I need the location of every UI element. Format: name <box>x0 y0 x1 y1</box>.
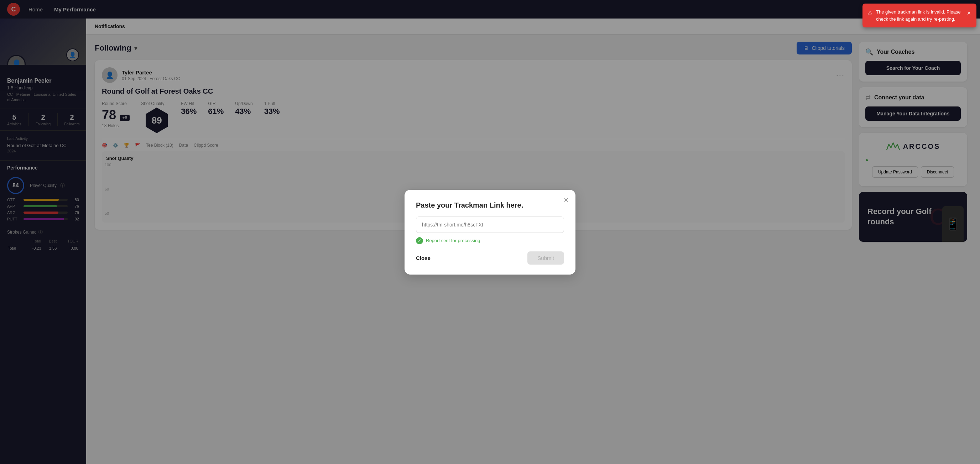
error-toast: ⚠ The given trackman link is invalid. Pl… <box>862 3 977 27</box>
modal-close-button[interactable]: Close <box>416 252 431 264</box>
toast-close-button[interactable]: × <box>967 8 971 18</box>
success-check-icon: ✓ <box>416 237 423 244</box>
modal-close-x-button[interactable]: × <box>564 195 568 205</box>
modal-actions: Close Submit <box>416 251 564 265</box>
modal-title: Paste your Trackman Link here. <box>416 201 564 210</box>
trackman-link-input[interactable] <box>416 216 564 233</box>
toast-message: The given trackman link is invalid. Plea… <box>876 8 963 22</box>
trackman-modal: × Paste your Trackman Link here. ✓ Repor… <box>404 190 576 275</box>
warning-icon: ⚠ <box>867 9 872 17</box>
modal-overlay[interactable]: × Paste your Trackman Link here. ✓ Repor… <box>0 0 980 464</box>
success-text: Report sent for processing <box>426 238 480 243</box>
modal-submit-button[interactable]: Submit <box>527 251 564 265</box>
modal-success-message: ✓ Report sent for processing <box>416 237 564 244</box>
